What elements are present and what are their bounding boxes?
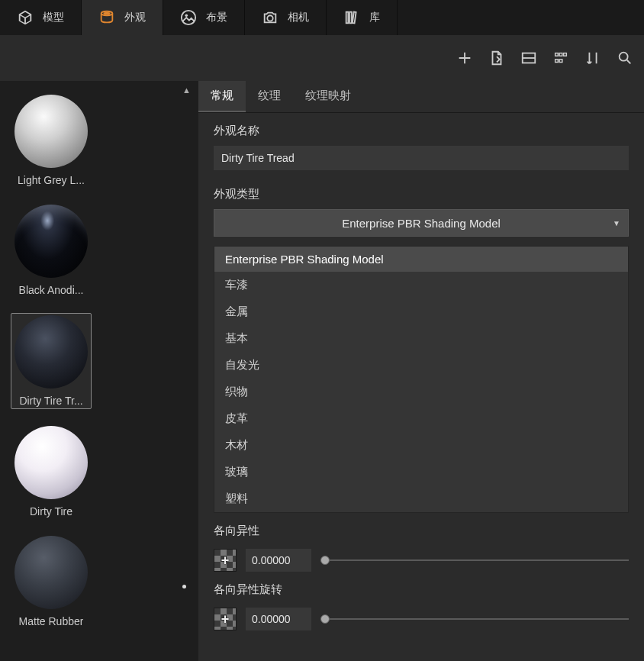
bucket-icon xyxy=(98,9,115,26)
scroll-indicator-icon xyxy=(182,585,186,588)
tab-library[interactable]: 库 xyxy=(327,0,398,35)
material-label: Light Grey L... xyxy=(18,174,85,186)
type-option[interactable]: Enterprise PBR Shading Model xyxy=(214,247,628,272)
svg-point-3 xyxy=(185,14,188,17)
anisotropy-rotation-input[interactable] xyxy=(246,608,311,630)
properties-panel: 常规 纹理 纹理映射 外观名称 外观类型 Enterprise PBR Shad… xyxy=(198,81,644,661)
sub-tab-general[interactable]: 常规 xyxy=(198,81,246,112)
anisotropy-rotation-slider[interactable] xyxy=(320,608,629,630)
texture-picker-button[interactable] xyxy=(214,549,237,572)
anisotropy-slider[interactable] xyxy=(320,549,629,572)
cube-icon xyxy=(17,9,34,26)
material-label: Dirty Tire Tr... xyxy=(19,395,82,407)
type-option[interactable]: 金属 xyxy=(214,298,628,325)
tab-model-label: 模型 xyxy=(43,11,64,24)
material-thumb xyxy=(14,536,88,609)
sub-tab-texture[interactable]: 纹理 xyxy=(246,81,293,112)
main-tabs: 模型 外观 布景 相机 库 xyxy=(0,0,644,35)
appearance-name-input[interactable] xyxy=(214,146,629,170)
material-item-black-anodized[interactable]: Black Anodi... xyxy=(11,203,92,298)
slider-thumb[interactable] xyxy=(320,556,330,565)
layout-icon[interactable] xyxy=(520,50,537,66)
dropdown-selected-value: Enterprise PBR Shading Model xyxy=(342,217,501,230)
tab-appearance-label: 外观 xyxy=(124,11,146,24)
svg-point-4 xyxy=(267,15,272,21)
type-option[interactable]: 自发光 xyxy=(214,352,628,379)
tab-library-label: 库 xyxy=(369,11,380,24)
svg-rect-9 xyxy=(555,53,559,56)
appearance-type-dropdown[interactable]: Enterprise PBR Shading Model ▼ xyxy=(214,209,629,237)
grid-icon[interactable] xyxy=(552,50,569,66)
tab-scene[interactable]: 布景 xyxy=(163,0,245,35)
svg-rect-6 xyxy=(349,12,352,24)
material-item-dirty-tire-tread[interactable]: Dirty Tire Tr... xyxy=(11,313,92,409)
svg-rect-13 xyxy=(564,53,567,56)
sub-tab-texture-mapping[interactable]: 纹理映射 xyxy=(293,81,363,112)
svg-point-14 xyxy=(620,53,628,61)
material-item-dirty-tire[interactable]: Dirty Tire xyxy=(11,424,92,519)
anisotropy-label: 各向异性 xyxy=(198,513,644,543)
material-label: Black Anodi... xyxy=(19,284,84,296)
tab-camera[interactable]: 相机 xyxy=(245,0,327,35)
picture-icon xyxy=(180,9,197,26)
anisotropy-rotation-label: 各向异性旋转 xyxy=(198,572,644,601)
material-item-matte-rubber[interactable]: Matte Rubber xyxy=(11,534,92,629)
material-label: Dirty Tire xyxy=(30,505,72,518)
type-option[interactable]: 玻璃 xyxy=(214,459,628,485)
tab-model[interactable]: 模型 xyxy=(0,0,82,35)
sort-icon[interactable] xyxy=(584,50,601,66)
export-icon[interactable] xyxy=(488,50,505,66)
texture-picker-button[interactable] xyxy=(214,608,237,630)
slider-thumb[interactable] xyxy=(320,614,330,624)
material-thumb xyxy=(14,205,88,278)
tab-scene-label: 布景 xyxy=(206,11,227,24)
material-thumb xyxy=(14,95,88,168)
library-icon xyxy=(343,9,360,26)
slider-track xyxy=(320,618,629,620)
svg-point-1 xyxy=(103,12,110,15)
type-option[interactable]: 车漆 xyxy=(214,272,628,298)
collapse-arrow-icon[interactable]: ▲ xyxy=(182,85,191,95)
svg-point-2 xyxy=(182,11,195,24)
type-option[interactable]: 皮革 xyxy=(214,405,628,432)
type-option[interactable]: 木材 xyxy=(214,432,628,459)
material-sidebar: ▲ Light Grey L... Black Anodi... Dirty T… xyxy=(0,81,198,661)
svg-rect-7 xyxy=(353,12,356,24)
material-label: Matte Rubber xyxy=(19,615,84,627)
svg-rect-10 xyxy=(559,53,562,56)
tab-appearance[interactable]: 外观 xyxy=(82,0,163,35)
material-thumb xyxy=(14,315,88,389)
sub-tabs: 常规 纹理 纹理映射 xyxy=(198,81,644,113)
plus-icon[interactable] xyxy=(456,50,473,66)
chevron-down-icon: ▼ xyxy=(613,219,620,227)
svg-rect-11 xyxy=(555,60,559,63)
svg-rect-5 xyxy=(346,12,349,24)
search-icon[interactable] xyxy=(617,50,633,66)
slider-track xyxy=(320,559,629,561)
type-option[interactable]: 塑料 xyxy=(214,485,628,512)
svg-rect-12 xyxy=(559,60,562,63)
material-thumb xyxy=(14,426,88,499)
camera-icon xyxy=(262,9,279,26)
tab-camera-label: 相机 xyxy=(288,11,309,24)
anisotropy-input[interactable] xyxy=(246,549,311,572)
material-item-light-grey[interactable]: Light Grey L... xyxy=(11,93,92,188)
type-option[interactable]: 基本 xyxy=(214,325,628,352)
appearance-type-label: 外观类型 xyxy=(214,187,629,202)
toolbar xyxy=(0,35,644,81)
type-option[interactable]: 织物 xyxy=(214,379,628,405)
appearance-type-options: Enterprise PBR Shading Model 车漆 金属 基本 自发… xyxy=(214,246,629,513)
appearance-name-label: 外观名称 xyxy=(214,124,629,138)
